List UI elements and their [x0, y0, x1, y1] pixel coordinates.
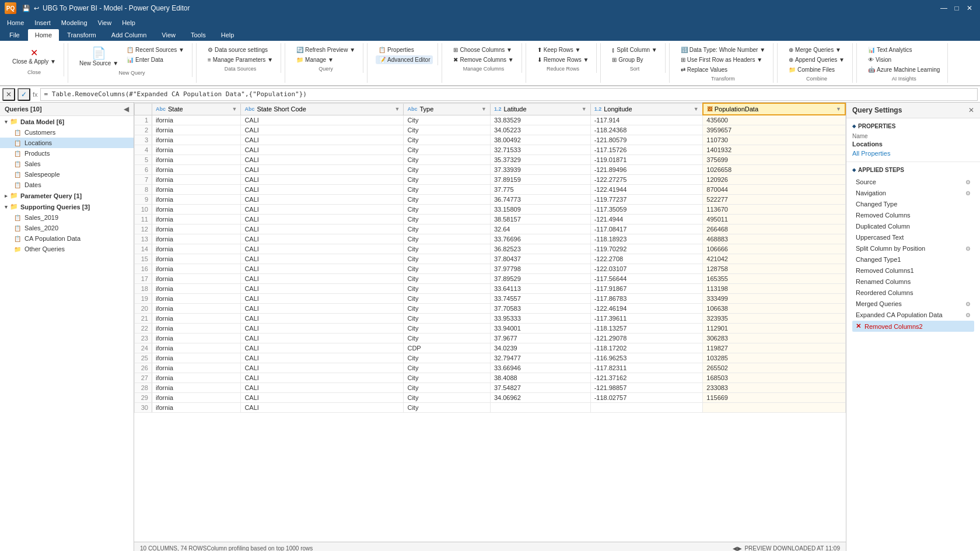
table-cell[interactable]: 37.775 [490, 185, 590, 195]
query-item-locations[interactable]: 📋 Locations [0, 138, 134, 148]
table-cell[interactable]: -121.98857 [590, 383, 703, 393]
table-cell[interactable]: 32.64 [490, 224, 590, 234]
col-header-short-code[interactable]: Abc State Short Code ▼ [241, 103, 404, 115]
accept-formula-button[interactable]: ✓ [18, 88, 30, 101]
table-cell[interactable]: 37.33939 [490, 165, 590, 175]
table-cell[interactable]: 37.9677 [490, 334, 590, 343]
table-cell[interactable]: 1026658 [703, 165, 845, 175]
table-cell[interactable]: -122.2708 [590, 254, 703, 264]
table-cell[interactable]: 113198 [703, 284, 845, 294]
table-cell[interactable]: ifornia [152, 215, 241, 224]
step-item[interactable]: Source⚙ [852, 177, 974, 187]
table-cell[interactable]: ifornia [152, 274, 241, 284]
maximize-button[interactable]: □ [951, 2, 963, 14]
undo-icon[interactable]: ↩ [34, 5, 39, 12]
table-cell[interactable]: CALI [241, 284, 404, 294]
step-gear-icon[interactable]: ⚙ [965, 301, 971, 307]
table-cell[interactable] [490, 403, 590, 413]
choose-columns-button[interactable]: ⊞ Choose Columns ▼ [450, 45, 516, 54]
menu-insert[interactable]: Insert [30, 18, 55, 27]
enter-data-button[interactable]: 📊 Enter Data [124, 55, 187, 64]
table-cell[interactable]: CALI [241, 363, 404, 373]
data-source-settings-button[interactable]: ⚙ Data source settings [205, 45, 276, 54]
table-cell[interactable]: 375699 [703, 155, 845, 165]
table-cell[interactable]: 119827 [703, 343, 845, 353]
table-cell[interactable]: ifornia [152, 343, 241, 353]
table-cell[interactable]: 106638 [703, 304, 845, 314]
table-cell[interactable]: ifornia [152, 234, 241, 244]
table-cell[interactable]: City [404, 314, 490, 324]
table-cell[interactable]: 128758 [703, 264, 845, 274]
table-cell[interactable]: 33.94001 [490, 324, 590, 334]
table-cell[interactable]: 38.58157 [490, 215, 590, 224]
table-cell[interactable]: 103285 [703, 353, 845, 363]
query-item-salespeople[interactable]: 📋 Salespeople [0, 169, 134, 180]
remove-rows-button[interactable]: ⬇ Remove Rows ▼ [534, 55, 592, 64]
table-cell[interactable]: -118.02757 [590, 393, 703, 403]
step-item[interactable]: Expanded CA Population Data⚙ [852, 310, 974, 320]
azure-ml-button[interactable]: 🤖 Azure Machine Learning [865, 65, 943, 74]
table-cell[interactable]: -119.01871 [590, 155, 703, 165]
lat-dropdown[interactable]: ▼ [582, 106, 587, 112]
table-cell[interactable]: -121.4944 [590, 215, 703, 224]
col-header-longitude[interactable]: 1.2 Longitude ▼ [590, 103, 703, 115]
keep-rows-button[interactable]: ⬆ Keep Rows ▼ [534, 45, 592, 54]
cancel-formula-button[interactable]: ✕ [2, 88, 15, 101]
vision-button[interactable]: 👁 Vision [865, 55, 943, 64]
step-item[interactable]: Removed Columns [852, 210, 974, 220]
table-cell[interactable]: CALI [241, 205, 404, 215]
table-cell[interactable]: 323935 [703, 314, 845, 324]
table-cell[interactable]: 34.06962 [490, 393, 590, 403]
table-cell[interactable]: -122.27275 [590, 175, 703, 185]
table-cell[interactable]: ifornia [152, 155, 241, 165]
query-group-data-model-header[interactable]: ▾ 📁 Data Model [6] [0, 116, 134, 127]
table-cell[interactable]: City [404, 403, 490, 413]
table-cell[interactable]: City [404, 264, 490, 274]
table-cell[interactable]: 37.89529 [490, 274, 590, 284]
table-cell[interactable]: City [404, 135, 490, 145]
step-gear-icon[interactable]: ⚙ [965, 312, 971, 318]
table-cell[interactable]: 266468 [703, 224, 845, 234]
col-header-state[interactable]: Abc State ▼ [152, 103, 241, 115]
table-cell[interactable]: ifornia [152, 304, 241, 314]
table-cell[interactable]: 33.74557 [490, 294, 590, 304]
formula-input[interactable] [40, 88, 978, 101]
table-cell[interactable]: City [404, 304, 490, 314]
query-group-supporting-header[interactable]: ▾ 📁 Supporting Queries [3] [0, 201, 134, 212]
table-cell[interactable]: 37.89159 [490, 175, 590, 185]
menu-home[interactable]: Home [2, 18, 29, 27]
table-cell[interactable]: -117.08417 [590, 224, 703, 234]
menu-view[interactable]: View [93, 18, 117, 27]
table-cell[interactable]: -117.35059 [590, 205, 703, 215]
table-cell[interactable]: ifornia [152, 373, 241, 383]
tab-tools[interactable]: Tools [184, 29, 213, 41]
table-cell[interactable]: 37.80437 [490, 254, 590, 264]
step-item[interactable]: Renamed Columns [852, 276, 974, 287]
queries-collapse-button[interactable]: ◀ [124, 105, 129, 113]
table-cell[interactable]: 265502 [703, 363, 845, 373]
table-cell[interactable]: City [404, 363, 490, 373]
table-cell[interactable]: CALI [241, 393, 404, 403]
table-cell[interactable]: 37.70583 [490, 304, 590, 314]
table-cell[interactable]: ifornia [152, 294, 241, 304]
query-item-other[interactable]: 📁 Other Queries [0, 244, 134, 254]
table-cell[interactable]: 435600 [703, 115, 845, 125]
table-cell[interactable]: -119.77237 [590, 195, 703, 205]
table-cell[interactable]: CALI [241, 135, 404, 145]
table-cell[interactable]: City [404, 244, 490, 254]
long-dropdown[interactable]: ▼ [694, 106, 699, 112]
table-cell[interactable]: City [404, 353, 490, 363]
table-cell[interactable]: ifornia [152, 403, 241, 413]
table-cell[interactable]: CALI [241, 224, 404, 234]
table-cell[interactable]: ifornia [152, 205, 241, 215]
table-cell[interactable]: City [404, 175, 490, 185]
table-cell[interactable]: City [404, 205, 490, 215]
step-gear-icon[interactable]: ⚙ [965, 190, 971, 196]
merge-queries-button[interactable]: ⊕ Merge Queries ▼ [786, 45, 848, 54]
table-cell[interactable]: ifornia [152, 363, 241, 373]
menu-modeling[interactable]: Modeling [57, 18, 92, 27]
table-cell[interactable]: ifornia [152, 284, 241, 294]
table-cell[interactable]: 36.82523 [490, 244, 590, 254]
tab-add-column[interactable]: Add Column [104, 29, 154, 41]
table-cell[interactable]: ifornia [152, 254, 241, 264]
